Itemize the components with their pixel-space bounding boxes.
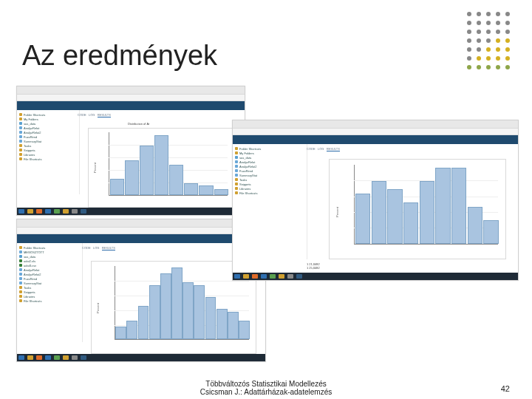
bar	[110, 179, 124, 195]
bar	[160, 273, 171, 339]
tab-log[interactable]: LOG	[318, 147, 324, 151]
bar	[403, 202, 418, 244]
folder-icon	[19, 144, 22, 147]
tab-code[interactable]: CODE	[82, 246, 91, 250]
folder-icon	[19, 290, 22, 293]
taskbar-icon[interactable]	[81, 209, 86, 214]
sas-header-band	[17, 101, 245, 110]
folder-icon	[19, 268, 22, 271]
histogram-chart: Percent	[329, 159, 506, 259]
taskbar-icon[interactable]	[18, 355, 24, 360]
tree-item[interactable]: File Shortcuts	[19, 299, 80, 304]
folder-icon	[19, 140, 22, 143]
browser-addressbar	[233, 129, 518, 135]
browser-titlebar	[233, 120, 518, 129]
tab-results[interactable]: RESULTS	[98, 113, 111, 117]
tab-strip[interactable]: CODE LOG RESULTS	[78, 113, 111, 117]
bar	[125, 160, 139, 195]
taskbar-icon[interactable]	[81, 355, 86, 360]
folder-icon	[19, 282, 22, 284]
folder-icon	[235, 156, 238, 159]
browser-titlebar	[17, 86, 245, 95]
tab-results[interactable]: RESULTS	[102, 246, 115, 250]
bar	[138, 306, 149, 340]
taskbar-icon[interactable]	[243, 274, 249, 279]
folder-icon	[19, 259, 22, 262]
bar	[199, 185, 213, 195]
taskbar-icon[interactable]	[45, 355, 51, 360]
slide-footer: Többváltozós Statisztikai Modellezés Csi…	[0, 380, 532, 396]
sidebar-tree[interactable]: Folder ShortcutsMEGOSZTOTTsas_dataadat2.…	[17, 243, 83, 342]
taskbar-icon[interactable]	[36, 209, 42, 214]
taskbar-icon[interactable]	[36, 355, 42, 360]
sas-header-band	[17, 234, 265, 243]
folder-icon	[235, 191, 238, 194]
taskbar-icon[interactable]	[63, 355, 69, 360]
folder-icon	[235, 169, 238, 172]
bar	[214, 189, 228, 195]
folder-icon	[19, 122, 22, 125]
taskbar-icon[interactable]	[261, 274, 267, 279]
bar	[154, 135, 168, 195]
tab-results[interactable]: RESULTS	[327, 147, 340, 151]
taskbar-icon[interactable]	[45, 209, 51, 214]
bar	[228, 312, 239, 340]
windows-taskbar[interactable]	[17, 354, 265, 361]
ylabel: Percent	[335, 207, 339, 217]
folder-icon	[235, 165, 238, 168]
bar	[483, 220, 498, 244]
windows-taskbar[interactable]	[233, 273, 518, 280]
folder-icon	[19, 117, 22, 120]
taskbar-icon[interactable]	[287, 274, 293, 279]
taskbar-icon[interactable]	[18, 209, 24, 214]
taskbar-icon[interactable]	[279, 274, 284, 279]
taskbar-icon[interactable]	[234, 274, 240, 279]
tab-log[interactable]: LOG	[89, 113, 95, 117]
bar	[387, 189, 402, 243]
sidebar-tree[interactable]: Folder ShortcutsMy Folderssas_dataAnalyz…	[17, 110, 80, 194]
folder-icon	[19, 250, 22, 253]
taskbar-icon[interactable]	[63, 209, 69, 214]
tab-log[interactable]: LOG	[93, 246, 99, 250]
bar	[468, 207, 482, 244]
folder-icon	[19, 126, 22, 129]
taskbar-icon[interactable]	[54, 209, 60, 214]
folder-icon	[19, 246, 22, 249]
bar	[149, 285, 160, 339]
browser-titlebar	[17, 219, 265, 228]
chart-title: Distribution of Ár	[128, 122, 150, 126]
bar	[169, 165, 183, 196]
tree-item[interactable]: File Shortcuts	[19, 157, 77, 162]
tab-strip[interactable]: CODE LOG RESULTS	[307, 147, 340, 151]
taskbar-icon[interactable]	[54, 355, 60, 360]
page-number: 42	[501, 384, 510, 393]
histogram-chart: Percent	[88, 128, 234, 208]
bar	[216, 309, 228, 340]
bar	[205, 297, 216, 340]
windows-taskbar[interactable]	[17, 208, 245, 215]
bar	[355, 194, 370, 244]
taskbar-icon[interactable]	[72, 355, 78, 360]
tab-strip[interactable]: CODE LOG RESULTS	[82, 246, 115, 250]
taskbar-icon[interactable]	[27, 355, 33, 360]
folder-icon	[235, 183, 238, 185]
taskbar-icon[interactable]	[72, 209, 78, 214]
taskbar-icon[interactable]	[27, 209, 33, 214]
tab-code[interactable]: CODE	[78, 113, 86, 117]
taskbar-icon[interactable]	[296, 274, 302, 279]
folder-icon	[235, 178, 238, 181]
sidebar-tree[interactable]: Folder ShortcutsMy Folderssas_dataAnalyz…	[233, 144, 307, 259]
bar	[140, 146, 154, 195]
tree-item[interactable]: File Shortcuts	[235, 191, 304, 196]
folder-icon	[19, 264, 22, 267]
folder-icon	[19, 295, 22, 298]
taskbar-icon[interactable]	[270, 274, 276, 279]
browser-addressbar	[17, 228, 265, 234]
ylabel: Percent	[96, 303, 100, 313]
bar	[435, 168, 450, 244]
bar	[420, 181, 434, 244]
tab-code[interactable]: CODE	[307, 147, 316, 151]
taskbar-icon[interactable]	[252, 274, 258, 279]
bar	[171, 267, 183, 339]
screenshot-bottom-left: Folder ShortcutsMEGOSZTOTTsas_dataadat2.…	[16, 219, 266, 362]
